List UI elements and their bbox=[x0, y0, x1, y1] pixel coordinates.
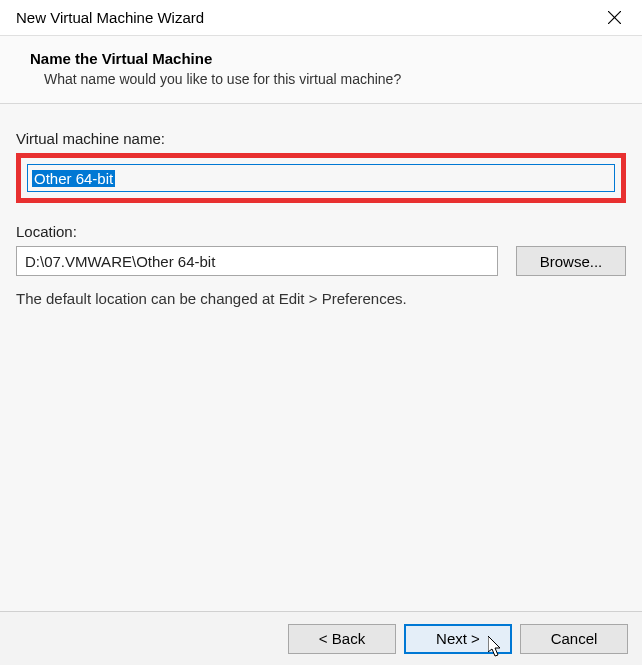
location-row: Browse... bbox=[16, 246, 626, 276]
back-button[interactable]: < Back bbox=[288, 624, 396, 654]
window-title: New Virtual Machine Wizard bbox=[16, 9, 204, 26]
cancel-button[interactable]: Cancel bbox=[520, 624, 628, 654]
location-hint: The default location can be changed at E… bbox=[16, 290, 626, 307]
browse-button[interactable]: Browse... bbox=[516, 246, 626, 276]
wizard-header: Name the Virtual Machine What name would… bbox=[0, 36, 642, 103]
next-button[interactable]: Next > bbox=[404, 624, 512, 654]
vmname-input[interactable]: Other 64-bit bbox=[27, 164, 615, 192]
titlebar: New Virtual Machine Wizard bbox=[0, 0, 642, 36]
wizard-body: Virtual machine name: Other 64-bit Locat… bbox=[0, 104, 642, 613]
header-subtitle: What name would you like to use for this… bbox=[30, 71, 612, 87]
vmname-selected-text: Other 64-bit bbox=[32, 170, 115, 187]
wizard-footer: < Back Next > Cancel bbox=[0, 611, 642, 665]
location-label: Location: bbox=[16, 223, 626, 240]
vmname-label: Virtual machine name: bbox=[16, 130, 626, 147]
close-icon bbox=[608, 11, 621, 24]
close-button[interactable] bbox=[598, 4, 630, 32]
vmname-highlight-box: Other 64-bit bbox=[16, 153, 626, 203]
location-input[interactable] bbox=[16, 246, 498, 276]
header-title: Name the Virtual Machine bbox=[30, 50, 612, 67]
